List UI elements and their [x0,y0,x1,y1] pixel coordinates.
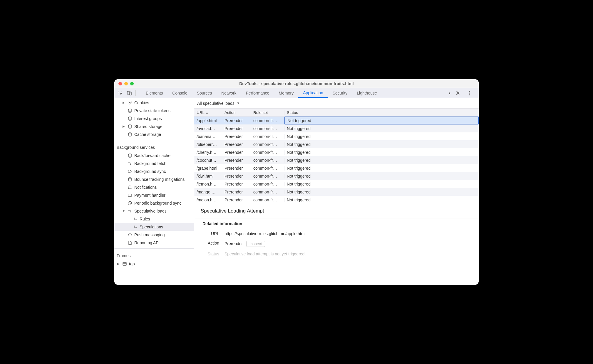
sidebar-item-label: Push messaging [134,232,165,237]
svg-point-3 [457,92,459,94]
svg-point-8 [129,102,130,103]
table-row[interactable]: /coconut…Prerendercommon-fr…Not triggere… [194,156,479,164]
minimize-window-button[interactable] [124,82,128,85]
sidebar-item-rules[interactable]: Rules [114,215,194,223]
cell-status: Not triggered [284,134,479,139]
col-status[interactable]: Status [284,110,479,115]
detail-action-value: Prerender Inspect [225,241,265,247]
filter-bar[interactable]: All speculative loads ▼ [194,98,479,109]
tab-console[interactable]: Console [167,88,192,98]
close-window-button[interactable] [118,82,122,85]
svg-rect-2 [130,92,131,95]
cell-ruleset: common-fr… [251,174,284,178]
sidebar-item-push-messaging[interactable]: Push messaging [114,231,194,239]
more-menu-icon[interactable] [466,90,473,97]
sidebar-item-label: Notifications [134,185,157,190]
cell-status: Not triggered [284,150,479,155]
table-row[interactable]: /avocad…Prerendercommon-fr…Not triggered [194,124,479,132]
svg-point-14 [128,154,131,155]
sidebar-item-label: Shared storage [134,124,163,129]
sidebar-item-label: Payment handler [134,193,165,198]
cell-ruleset: common-fr… [251,142,284,147]
window-title: DevTools - speculative-rules.glitch.me/c… [114,81,479,86]
cell-action: Prerender [222,174,251,178]
tab-application[interactable]: Application [298,88,328,98]
table-row[interactable]: /apple.htmlPrerendercommon-fr…Not trigge… [194,117,479,124]
svg-point-15 [128,178,131,179]
table-row[interactable]: /kiwi.htmlPrerendercommon-fr…Not trigger… [194,172,479,180]
sidebar-item-label: Reporting API [134,240,160,245]
maximize-window-button[interactable] [130,82,134,85]
table-row[interactable]: /lemon.h…Prerendercommon-fr…Not triggere… [194,180,479,188]
sidebar-item-private-state-tokens[interactable]: Private state tokens [114,107,194,114]
cell-status: Not triggered [284,174,479,178]
devtools-toolbar: ElementsConsoleSourcesNetworkPerformance… [114,88,479,98]
sidebar-item-label: Speculative loads [134,209,167,213]
sidebar-item-top[interactable]: ▶top [114,260,194,268]
cloud-icon [127,232,133,237]
settings-gear-icon[interactable] [454,90,461,97]
cell-url: /coconut… [194,158,222,163]
sidebar-item-background-sync[interactable]: Background sync [114,167,194,175]
sidebar-item-notifications[interactable]: Notifications [114,183,194,191]
cell-action: Prerender [222,158,251,163]
details-subhead: Detailed information [194,218,479,229]
filter-label: All speculative loads [197,101,234,106]
details-title: Speculative Loading Attempt [201,208,472,214]
sidebar-item-interest-groups[interactable]: Interest groups [114,114,194,122]
sidebar-item-label: Periodic background sync [134,201,181,205]
updown-icon [127,208,133,214]
caret-right-icon: ▶ [122,125,125,128]
cell-url: /cherry.h… [194,150,222,155]
sidebar-item-shared-storage[interactable]: ▶Shared storage [114,122,194,130]
tab-memory[interactable]: Memory [274,88,299,98]
table-row[interactable]: /mango.…Prerendercommon-fr…Not triggered [194,188,479,196]
cell-ruleset: common-fr… [251,150,284,155]
tab-sources[interactable]: Sources [192,88,217,98]
inspect-element-icon[interactable] [117,90,124,97]
svg-rect-16 [128,194,132,196]
cell-action: Prerender [222,150,251,155]
tab-performance[interactable]: Performance [241,88,274,98]
cell-ruleset: common-fr… [251,182,284,186]
sidebar-item-back-forward-cache[interactable]: Back/forward cache [114,151,194,159]
caret-right-icon: ▶ [117,262,120,265]
tab-lighthouse[interactable]: Lighthouse [352,88,382,98]
sidebar-item-bounce-tracking-mitigations[interactable]: Bounce tracking mitigations [114,175,194,183]
sidebar-item-cookies[interactable]: ▶Cookies [114,99,194,107]
cell-ruleset: common-fr… [251,126,284,131]
sidebar-item-cache-storage[interactable]: Cache storage [114,130,194,138]
cell-ruleset: common-fr… [251,198,284,202]
sync-icon [127,169,133,174]
tab-network[interactable]: Network [217,88,241,98]
cell-url: /melon.h… [194,198,222,202]
section-head-background-services: Background services [114,142,194,151]
speculations-table: URL▲ Action Rule set Status /apple.htmlP… [194,109,479,204]
sidebar-item-payment-handler[interactable]: Payment handler [114,191,194,199]
table-row[interactable]: /blueberr…Prerendercommon-fr…Not trigger… [194,140,479,148]
cell-status: Not triggered [284,190,479,194]
table-row[interactable]: /banana.…Prerendercommon-fr…Not triggere… [194,132,479,140]
device-toolbar-icon[interactable] [126,90,133,97]
cell-action: Prerender [222,118,251,123]
table-row[interactable]: /melon.h…Prerendercommon-fr…Not triggere… [194,196,479,204]
db-icon [127,177,133,182]
cell-ruleset: common-fr… [251,158,284,163]
sidebar-item-reporting-api[interactable]: Reporting API [114,239,194,247]
inspect-button[interactable]: Inspect [246,241,265,247]
table-row[interactable]: /grape.htmlPrerendercommon-fr…Not trigge… [194,164,479,172]
col-action[interactable]: Action [222,110,251,115]
cell-ruleset: common-fr… [251,190,284,194]
table-row[interactable]: /cherry.h…Prerendercommon-fr…Not trigger… [194,148,479,156]
sidebar-item-speculative-loads[interactable]: ▼Speculative loads [114,207,194,215]
sidebar-item-background-fetch[interactable]: Background fetch [114,159,194,167]
cell-ruleset: common-fr… [251,166,284,171]
sidebar-item-label: Cache storage [134,132,161,137]
col-ruleset[interactable]: Rule set [251,110,284,115]
sidebar-item-periodic-background-sync[interactable]: Periodic background sync [114,199,194,207]
col-url[interactable]: URL▲ [194,110,222,115]
tab-elements[interactable]: Elements [141,88,167,98]
overflow-tabs-icon[interactable]: ›› [445,90,453,97]
tab-security[interactable]: Security [328,88,352,98]
sidebar-item-speculations[interactable]: Speculations [114,223,194,231]
